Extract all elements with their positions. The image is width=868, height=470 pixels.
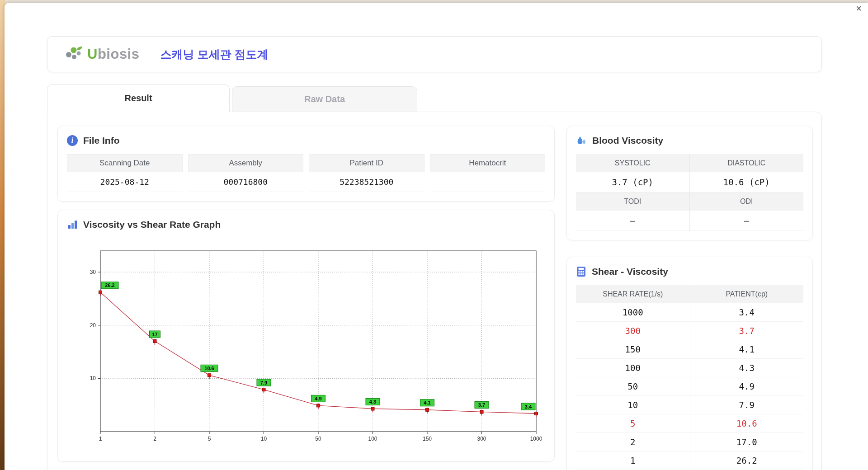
shear-rate-cell: 50 (576, 377, 690, 395)
water-drop-icon (576, 135, 587, 146)
odi-label: ODI (690, 193, 804, 211)
brand-text: Ubiosis (87, 46, 139, 62)
tab-bar: Result Raw Data (47, 84, 822, 112)
patient-column-header: PATIENT(cp) (690, 285, 804, 303)
svg-text:10: 10 (90, 375, 96, 381)
blood-viscosity-card: Blood Viscosity SYSTOLIC DIASTOLIC 3.7 (… (566, 126, 813, 240)
diastolic-value: 10.6 (cP) (690, 172, 804, 193)
svg-text:30: 30 (90, 269, 96, 275)
todi-value: – (576, 211, 690, 231)
svg-text:100: 100 (368, 436, 377, 442)
tab-result[interactable]: Result (47, 84, 230, 112)
file-info-field: Scanning Date2025-08-12 (67, 154, 183, 192)
shear-table-row: 126.2 (576, 451, 803, 470)
shear-table-body: 10003.43003.71504.11004.3504.9107.9510.6… (576, 303, 803, 470)
odi-value: – (690, 211, 804, 231)
calculator-grid-icon (576, 266, 586, 277)
svg-text:4.1: 4.1 (424, 400, 430, 405)
app-header: Ubiosis 스캐닝 모세관 점도계 (47, 36, 822, 72)
shear-table-row: 504.9 (576, 377, 803, 396)
file-info-field: Hematocrit (430, 154, 546, 192)
left-column: i File Info Scanning Date2025-08-12Assem… (57, 126, 555, 470)
field-label: Hematocrit (430, 154, 546, 172)
patient-value-cell: 7.9 (690, 396, 804, 414)
shear-rate-cell: 5 (576, 414, 690, 432)
file-info-field: Patient ID52238521300 (309, 154, 425, 192)
svg-text:7.9: 7.9 (260, 380, 267, 385)
svg-text:50: 50 (315, 436, 321, 442)
svg-text:26.2: 26.2 (105, 282, 114, 288)
file-info-card: i File Info Scanning Date2025-08-12Assem… (57, 126, 555, 202)
shear-rate-cell: 2 (576, 433, 690, 451)
patient-value-cell: 3.4 (690, 303, 804, 321)
svg-text:4.9: 4.9 (315, 396, 321, 401)
main-content: Ubiosis 스캐닝 모세관 점도계 Result Raw Data i Fi… (5, 3, 868, 470)
info-icon: i (67, 135, 78, 146)
graph-card: Viscosity vs Shear Rate Graph 1020301251… (57, 210, 555, 462)
svg-text:10.6: 10.6 (204, 366, 214, 371)
file-info-field: Assembly000716800 (188, 154, 304, 192)
shear-table-row: 217.0 (576, 433, 803, 451)
shear-rate-column-header: SHEAR RATE(1/s) (576, 285, 690, 303)
right-column: Blood Viscosity SYSTOLIC DIASTOLIC 3.7 (… (566, 126, 813, 470)
svg-text:20: 20 (90, 322, 96, 329)
svg-text:1: 1 (99, 436, 102, 442)
svg-text:10: 10 (261, 436, 267, 442)
shear-table-row: 10003.4 (576, 303, 803, 322)
shear-viscosity-title-text: Shear - Viscosity (592, 266, 668, 277)
shear-rate-cell: 1 (576, 451, 690, 470)
bar-chart-icon (67, 219, 78, 230)
shear-rate-cell: 150 (576, 340, 690, 358)
svg-text:2: 2 (153, 436, 156, 442)
blood-viscosity-grid: SYSTOLIC DIASTOLIC 3.7 (cP) 10.6 (cP) TO… (576, 154, 803, 231)
field-value (430, 172, 546, 192)
field-value: 2025-08-12 (67, 172, 183, 192)
shear-rate-cell: 10 (576, 396, 690, 414)
systolic-value: 3.7 (cP) (576, 172, 690, 193)
patient-value-cell: 4.3 (690, 359, 804, 377)
blood-viscosity-title-text: Blood Viscosity (592, 135, 663, 146)
patient-value-cell: 26.2 (690, 451, 804, 470)
svg-text:3.4: 3.4 (525, 404, 532, 409)
patient-value-cell: 4.9 (690, 377, 804, 395)
patient-value-cell: 4.1 (690, 340, 804, 358)
field-value: 52238521300 (309, 172, 425, 192)
field-label: Scanning Date (67, 154, 183, 172)
close-icon[interactable]: × (856, 4, 862, 14)
shear-rate-cell: 1000 (576, 303, 690, 321)
blood-viscosity-title: Blood Viscosity (576, 135, 803, 146)
svg-text:150: 150 (423, 436, 432, 442)
file-info-title-text: File Info (83, 135, 120, 146)
shear-table-row: 107.9 (576, 396, 803, 414)
shear-table-row: 3003.7 (576, 322, 803, 340)
shear-rate-cell: 100 (576, 359, 690, 377)
graph-title-text: Viscosity vs Shear Rate Graph (83, 219, 221, 230)
shear-viscosity-card: Shear - Viscosity SHEAR RATE(1/s) PATIEN… (566, 257, 813, 470)
svg-text:5: 5 (208, 436, 211, 442)
shear-table-row: 1504.1 (576, 340, 803, 359)
shear-table: SHEAR RATE(1/s) PATIENT(cp) 10003.43003.… (576, 285, 803, 470)
patient-value-cell: 10.6 (690, 414, 804, 432)
field-label: Assembly (188, 154, 304, 172)
file-info-title: i File Info (67, 135, 545, 146)
shear-viscosity-title: Shear - Viscosity (576, 266, 803, 277)
svg-text:1000: 1000 (530, 436, 542, 442)
result-panel: i File Info Scanning Date2025-08-12Assem… (47, 112, 822, 470)
svg-text:17: 17 (152, 332, 157, 337)
field-label: Patient ID (309, 154, 425, 172)
svg-text:3.7: 3.7 (478, 402, 485, 408)
todi-label: TODI (576, 193, 690, 211)
systolic-label: SYSTOLIC (576, 154, 690, 172)
logo-berries-icon (65, 45, 84, 63)
shear-table-header: SHEAR RATE(1/s) PATIENT(cp) (576, 285, 803, 303)
shear-table-row: 510.6 (576, 414, 803, 433)
graph-card-title: Viscosity vs Shear Rate Graph (67, 219, 545, 230)
field-value: 000716800 (188, 172, 304, 192)
ubiosis-logo: Ubiosis (65, 45, 139, 63)
shear-rate-cell: 300 (576, 322, 690, 340)
app-title: 스캐닝 모세관 점도계 (160, 47, 268, 62)
tab-raw-data[interactable]: Raw Data (232, 86, 417, 112)
shear-table-row: 1004.3 (576, 359, 803, 377)
chart-wrapper: 1020301251050100150300100026.21710.67.94… (67, 238, 545, 452)
viscosity-chart: 1020301251050100150300100026.21710.67.94… (75, 238, 545, 451)
